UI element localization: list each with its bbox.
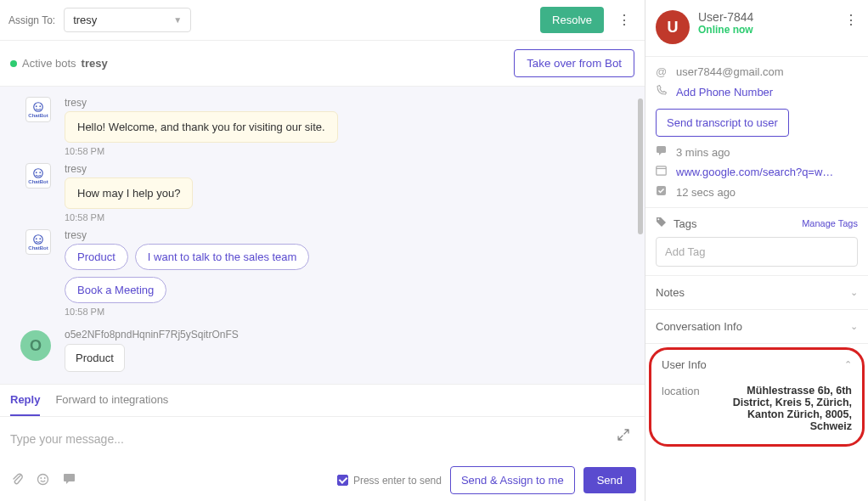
svg-point-8 xyxy=(39,238,41,239)
message-bubble: Hello! Welcome, and thank you for visiti… xyxy=(65,111,338,143)
message-bubble: Product xyxy=(65,344,125,372)
phone-icon xyxy=(656,85,668,99)
visitor-id: o5e2NFfo8pndHqninF7Rj5ySqitrOnFS xyxy=(65,329,636,341)
attachment-icon[interactable] xyxy=(8,470,25,490)
chat-message: O o5e2NFfo8pndHqninF7Rj5ySqitrOnFS Produ… xyxy=(17,329,636,372)
quick-reply-chip[interactable]: Book a Meeting xyxy=(65,277,166,303)
checkbox-icon xyxy=(337,475,348,486)
bot-face-icon xyxy=(31,101,46,113)
scrollbar[interactable] xyxy=(638,99,643,234)
message-bubble: How may I help you? xyxy=(65,177,193,209)
user-more-icon[interactable]: ⋮ xyxy=(841,10,861,30)
add-tag-input[interactable] xyxy=(656,237,858,267)
assign-to-label: Assign To: xyxy=(8,14,55,26)
manage-tags-link[interactable]: Manage Tags xyxy=(802,218,858,228)
location-value: Mühlestrasse 6b, 6th District, Kreis 5, … xyxy=(719,385,852,432)
svg-rect-12 xyxy=(64,474,75,481)
quick-reply-chip[interactable]: Product xyxy=(65,244,128,270)
at-icon: @ xyxy=(656,65,668,78)
svg-rect-14 xyxy=(657,166,666,175)
conversation-info-label: Conversation Info xyxy=(656,320,742,333)
svg-point-11 xyxy=(44,477,46,479)
svg-rect-13 xyxy=(657,146,666,153)
timestamp: 10:58 PM xyxy=(65,146,636,156)
user-avatar: U xyxy=(656,10,690,44)
emoji-icon[interactable] xyxy=(34,471,52,490)
message-composer: Reply Forward to integrations xyxy=(0,384,645,501)
active-bots-label: Active bots xyxy=(22,57,76,70)
add-phone-link[interactable]: Add Phone Number xyxy=(676,86,773,99)
conversation-info-toggle[interactable]: Conversation Info ⌄ xyxy=(645,310,868,344)
bot-avatar: ChatBot xyxy=(25,229,51,255)
notes-section-toggle[interactable]: Notes ⌄ xyxy=(645,276,868,310)
message-input[interactable] xyxy=(0,417,645,461)
bot-face-icon xyxy=(31,234,46,245)
online-dot-icon xyxy=(10,60,17,67)
browser-icon xyxy=(656,166,668,178)
press-enter-label: Press enter to send xyxy=(353,475,442,487)
tag-icon xyxy=(656,217,667,230)
check-badge-icon xyxy=(656,185,668,199)
bot-avatar: ChatBot xyxy=(25,163,51,189)
top-toolbar: Assign To: tresy ▼ Resolve ⋮ xyxy=(0,0,645,41)
timestamp: 10:58 PM xyxy=(65,212,636,222)
chevron-up-icon: ⌃ xyxy=(844,359,852,370)
quick-reply-chip[interactable]: I want to talk to the sales team xyxy=(135,244,310,270)
user-info-toggle[interactable]: User Info ⌃ xyxy=(651,350,862,380)
bot-status-bar: Active bots tresy Take over from Bot xyxy=(0,41,645,87)
sender-name: tresy xyxy=(65,97,636,109)
take-over-button[interactable]: Take over from Bot xyxy=(514,49,634,77)
online-status: Online now xyxy=(698,24,832,36)
send-assign-button[interactable]: Send & Assign to me xyxy=(450,466,575,494)
assignee-value: tresy xyxy=(73,14,97,26)
resolve-button[interactable]: Resolve xyxy=(540,7,604,33)
location-key: location xyxy=(662,385,713,432)
svg-point-1 xyxy=(36,105,37,107)
more-menu-icon[interactable]: ⋮ xyxy=(612,8,636,31)
svg-point-2 xyxy=(39,105,41,107)
details-sidebar: U User-7844 Online now ⋮ @ user7844@gmai… xyxy=(645,0,868,501)
notes-label: Notes xyxy=(656,286,685,299)
chat-message: ChatBot tresy Product I want to talk to … xyxy=(17,229,636,317)
chat-bubble-icon xyxy=(656,145,668,159)
svg-point-5 xyxy=(39,172,41,173)
timestamp: 10:58 PM xyxy=(65,307,636,317)
tab-forward[interactable]: Forward to integrations xyxy=(55,393,168,416)
chat-message: ChatBot tresy Hello! Welcome, and thank … xyxy=(17,97,636,156)
svg-point-7 xyxy=(36,238,37,239)
last-chat-time: 3 mins ago xyxy=(676,146,730,159)
chat-transcript[interactable]: ChatBot tresy Hello! Welcome, and thank … xyxy=(0,87,645,384)
svg-point-17 xyxy=(657,218,659,220)
user-email: user7844@gmail.com xyxy=(676,65,784,78)
expand-icon[interactable] xyxy=(617,429,629,443)
assignee-select[interactable]: tresy ▼ xyxy=(64,8,191,32)
chevron-down-icon: ⌄ xyxy=(850,321,858,332)
chevron-down-icon: ⌄ xyxy=(850,287,858,298)
last-seen-time: 12 secs ago xyxy=(676,186,736,199)
visitor-avatar: O xyxy=(20,330,51,361)
current-url[interactable]: www.google.com/search?q=weath… xyxy=(676,166,837,178)
chevron-down-icon: ▼ xyxy=(173,15,182,25)
canned-response-icon[interactable] xyxy=(60,471,78,489)
tab-reply[interactable]: Reply xyxy=(10,393,40,416)
sender-name: tresy xyxy=(65,163,636,175)
svg-point-9 xyxy=(38,474,48,484)
svg-point-4 xyxy=(36,172,37,173)
bot-face-icon xyxy=(31,167,46,179)
user-info-label: User Info xyxy=(662,358,707,371)
tags-label: Tags xyxy=(674,217,696,230)
press-enter-checkbox[interactable]: Press enter to send xyxy=(337,475,442,487)
send-button[interactable]: Send xyxy=(583,467,636,493)
chat-message: ChatBot tresy How may I help you? 10:58 … xyxy=(17,163,636,222)
send-transcript-button[interactable]: Send transcript to user xyxy=(656,109,789,137)
svg-point-10 xyxy=(40,477,42,479)
user-name: User-7844 xyxy=(698,10,832,24)
active-bots-name: tresy xyxy=(82,57,108,70)
bot-avatar: ChatBot xyxy=(25,97,51,122)
user-info-panel: User Info ⌃ location Mühlestrasse 6b, 6t… xyxy=(649,347,865,447)
sender-name: tresy xyxy=(65,229,636,241)
